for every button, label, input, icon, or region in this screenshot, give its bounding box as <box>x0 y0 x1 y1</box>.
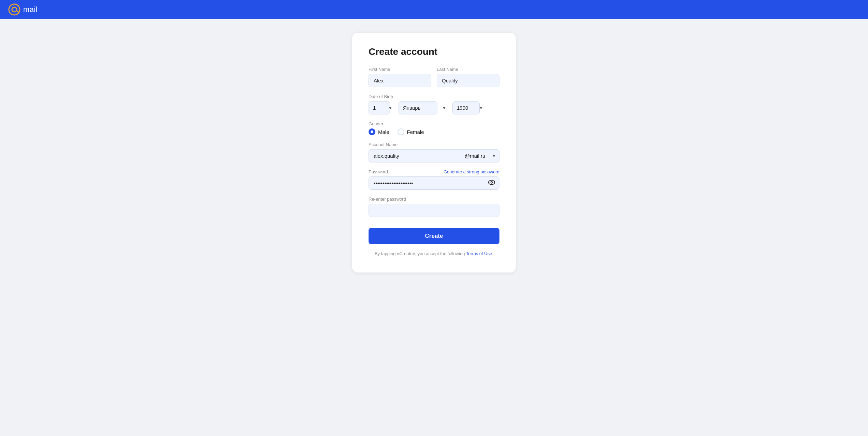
gender-female-option[interactable]: Female <box>398 128 424 135</box>
dob-month-select[interactable]: Январь Февраль Март Апрель Май Июнь Июль… <box>399 101 437 114</box>
create-button[interactable]: Create <box>369 228 499 244</box>
svg-point-0 <box>9 4 20 15</box>
account-name-group: Account Name @mail.ru @inbox.ru @list.ru… <box>369 142 499 162</box>
gender-female-radio-custom <box>398 128 404 135</box>
dob-day-wrapper: 1 2 3 4 5 6 7 8 9 10 11 12 13 14 <box>369 101 396 114</box>
svg-point-1 <box>12 7 17 12</box>
password-header: Password Generate a strong password <box>369 169 499 174</box>
toggle-password-button[interactable] <box>488 178 495 188</box>
generate-password-link[interactable]: Generate a strong password <box>444 169 499 174</box>
password-input[interactable] <box>369 176 499 190</box>
create-account-card: Create account First Name Last Name Date… <box>352 33 516 272</box>
password-group: Password Generate a strong password <box>369 169 499 190</box>
dob-year-wrapper: 1990 1991 1985 1980 1975 1970 1995 1998 … <box>452 101 487 114</box>
terms-text: By tapping «Create», you accept the foll… <box>369 251 499 256</box>
last-name-input[interactable] <box>437 74 499 87</box>
app-header: mail <box>0 0 868 19</box>
dob-group: Date of Birth 1 2 3 4 5 6 7 8 9 10 11 <box>369 94 499 114</box>
gender-group: Gender Male Female <box>369 121 499 135</box>
dob-month-wrapper: Январь Февраль Март Апрель Май Июнь Июль… <box>399 101 450 114</box>
dob-row: 1 2 3 4 5 6 7 8 9 10 11 12 13 14 <box>369 101 499 114</box>
gender-label: Gender <box>369 121 499 126</box>
reenter-password-label: Re-enter password <box>369 197 499 202</box>
at-mail-icon <box>8 3 20 16</box>
dob-day-select[interactable]: 1 2 3 4 5 6 7 8 9 10 11 12 13 14 <box>369 101 390 114</box>
password-label: Password <box>369 169 388 174</box>
account-name-row: @mail.ru @inbox.ru @list.ru @bk.ru ▼ <box>369 149 499 162</box>
first-name-label: First Name <box>369 67 431 72</box>
gender-male-option[interactable]: Male <box>369 128 389 135</box>
form-title: Create account <box>369 46 499 57</box>
password-input-wrapper <box>369 176 499 190</box>
domain-select-wrapper: @mail.ru @inbox.ru @list.ru @bk.ru ▼ <box>461 149 499 162</box>
dob-month-chevron-icon: ▼ <box>442 106 446 110</box>
terms-prefix: By tapping «Create», you accept the foll… <box>375 251 466 256</box>
reenter-password-input[interactable] <box>369 204 499 217</box>
account-name-label: Account Name <box>369 142 499 147</box>
gender-male-radio-custom <box>369 128 375 135</box>
first-name-group: First Name <box>369 67 431 87</box>
last-name-label: Last Name <box>437 67 499 72</box>
dob-year-select[interactable]: 1990 1991 1985 1980 1975 1970 1995 1998 … <box>452 101 480 114</box>
first-name-input[interactable] <box>369 74 431 87</box>
svg-point-4 <box>491 182 492 183</box>
dob-label: Date of Birth <box>369 94 499 99</box>
eye-icon <box>488 178 495 188</box>
terms-of-use-link[interactable]: Terms of Use <box>466 251 492 256</box>
last-name-group: Last Name <box>437 67 499 87</box>
logo-text: mail <box>23 5 38 14</box>
gender-male-label: Male <box>378 129 389 135</box>
gender-female-label: Female <box>407 129 424 135</box>
reenter-password-group: Re-enter password <box>369 197 499 217</box>
terms-suffix: . <box>492 251 493 256</box>
page-content: Create account First Name Last Name Date… <box>0 19 868 436</box>
logo: mail <box>8 3 38 16</box>
domain-select[interactable]: @mail.ru @inbox.ru @list.ru @bk.ru <box>461 149 499 162</box>
gender-options: Male Female <box>369 128 499 135</box>
name-row: First Name Last Name <box>369 67 499 87</box>
account-name-input[interactable] <box>369 149 461 162</box>
